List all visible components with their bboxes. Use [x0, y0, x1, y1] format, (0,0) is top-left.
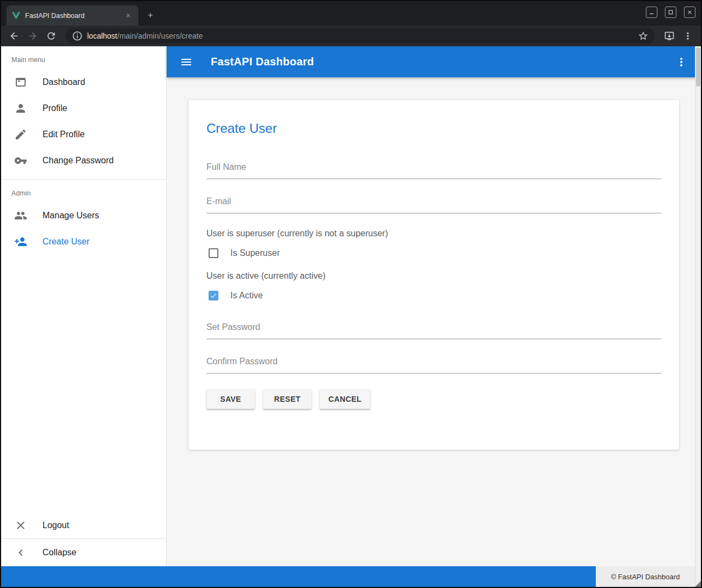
- sidebar-item-label: Logout: [42, 520, 69, 530]
- form-buttons: SAVE RESET CANCEL: [206, 389, 661, 409]
- page-scrollbar[interactable]: [695, 46, 701, 587]
- sidebar-item-label: Collapse: [42, 548, 76, 558]
- sidebar-item-create-user[interactable]: Create User: [1, 229, 166, 255]
- full-name-field: [206, 160, 661, 179]
- forward-button[interactable]: [25, 28, 40, 44]
- reset-button[interactable]: RESET: [263, 389, 312, 409]
- edit-icon: [14, 128, 27, 141]
- reload-button[interactable]: [44, 28, 59, 44]
- sidebar-item-dashboard[interactable]: Dashboard: [1, 69, 166, 95]
- new-tab-button[interactable]: [143, 8, 158, 23]
- url-text: localhost/main/admin/users/create: [87, 32, 203, 40]
- email-input[interactable]: [206, 194, 661, 213]
- sidebar-item-profile[interactable]: Profile: [1, 95, 166, 121]
- appbar-title: FastAPI Dashboard: [211, 56, 314, 68]
- hamburger-menu-icon[interactable]: [180, 56, 193, 69]
- is-active-checkbox-row[interactable]: Is Active: [209, 291, 661, 301]
- window-controls: [646, 7, 695, 18]
- page-title: Create User: [206, 121, 661, 136]
- address-bar[interactable]: localhost/main/admin/users/create: [65, 28, 655, 44]
- appbar: FastAPI Dashboard: [167, 46, 701, 77]
- url-path: /main/admin/users/create: [117, 32, 203, 40]
- sidebar-section-admin: Admin: [1, 180, 166, 203]
- content-area: Create User User is superuser (currently…: [167, 77, 701, 587]
- url-host: localhost: [87, 32, 117, 40]
- close-window-button[interactable]: [684, 7, 695, 18]
- is-active-checkbox[interactable]: [209, 291, 218, 301]
- maximize-button[interactable]: [665, 7, 676, 18]
- sidebar: Main menu Dashboard Profile Edit Profile…: [1, 46, 167, 587]
- tab-title: FastAPI Dashboard: [25, 12, 118, 20]
- site-info-icon[interactable]: [72, 30, 83, 41]
- sidebar-item-label: Edit Profile: [42, 130, 84, 139]
- bookmark-star-icon[interactable]: [638, 30, 649, 41]
- back-button[interactable]: [7, 28, 22, 44]
- chevron-left-icon: [14, 546, 27, 559]
- create-user-card: Create User User is superuser (currently…: [188, 100, 679, 450]
- appbar-more-icon[interactable]: [675, 56, 688, 69]
- sidebar-item-label: Change Password: [42, 156, 114, 166]
- active-note: User is active (currently active): [206, 271, 661, 281]
- confirm-password-field: [206, 354, 661, 373]
- password-block: [206, 320, 661, 373]
- sidebar-item-label: Create User: [42, 237, 89, 247]
- install-app-icon[interactable]: [662, 28, 677, 44]
- sidebar-spacer: [1, 255, 166, 512]
- superuser-note: User is superuser (currently is not a su…: [206, 229, 661, 238]
- email-field: [206, 194, 661, 213]
- sidebar-item-logout[interactable]: Logout: [1, 512, 166, 538]
- person-icon: [14, 102, 27, 115]
- browser-window: FastAPI Dashboard: [0, 0, 702, 588]
- full-name-input[interactable]: [206, 160, 661, 179]
- sidebar-section-main-menu: Main menu: [1, 46, 166, 69]
- cancel-button[interactable]: CANCEL: [320, 389, 370, 409]
- person-add-icon: [14, 235, 27, 248]
- browser-toolbar: localhost/main/admin/users/create: [1, 26, 701, 46]
- main-area: FastAPI Dashboard Create User User is su…: [167, 46, 701, 587]
- key-icon: [14, 154, 27, 167]
- people-icon: [14, 209, 27, 222]
- dashboard-icon: [14, 76, 27, 89]
- checkmark-icon: [210, 292, 217, 299]
- is-superuser-checkbox-row[interactable]: Is Superuser: [209, 248, 661, 258]
- vue-logo-icon: [12, 12, 20, 20]
- page: Main menu Dashboard Profile Edit Profile…: [1, 46, 701, 587]
- is-superuser-checkbox[interactable]: [209, 248, 218, 258]
- scrollbar-thumb[interactable]: [696, 47, 700, 87]
- tab-close-icon[interactable]: [123, 11, 133, 21]
- sidebar-item-manage-users[interactable]: Manage Users: [1, 203, 166, 229]
- app-footer: © FastAPI Dashboard: [1, 566, 695, 587]
- footer-copyright: © FastAPI Dashboard: [596, 566, 695, 587]
- sidebar-item-change-password[interactable]: Change Password: [1, 148, 166, 174]
- resize-grip-icon: [695, 581, 701, 587]
- sidebar-item-edit-profile[interactable]: Edit Profile: [1, 121, 166, 148]
- browser-titlebar: FastAPI Dashboard: [1, 1, 701, 26]
- is-active-label: Is Active: [230, 291, 263, 301]
- browser-tab[interactable]: FastAPI Dashboard: [7, 5, 138, 26]
- set-password-input[interactable]: [206, 320, 661, 339]
- browser-menu-icon[interactable]: [680, 28, 695, 44]
- sidebar-collapse-button[interactable]: Collapse: [1, 539, 166, 566]
- save-button[interactable]: SAVE: [206, 389, 255, 409]
- minimize-button[interactable]: [646, 7, 657, 18]
- sidebar-item-label: Dashboard: [42, 77, 85, 87]
- confirm-password-input[interactable]: [206, 354, 661, 373]
- is-superuser-label: Is Superuser: [230, 248, 280, 258]
- sidebar-item-label: Manage Users: [42, 211, 99, 220]
- sidebar-item-label: Profile: [42, 103, 67, 113]
- set-password-field: [206, 320, 661, 339]
- close-x-icon: [14, 519, 27, 532]
